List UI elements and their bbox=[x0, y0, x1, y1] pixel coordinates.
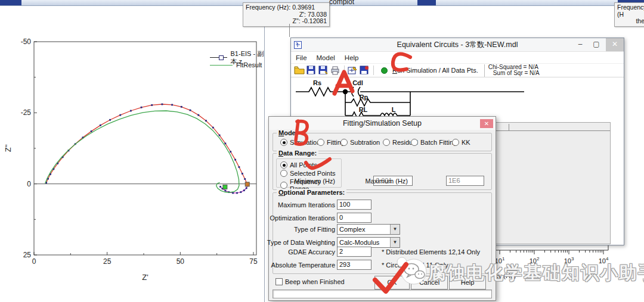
optional-parameters-label: Optional Parameters: bbox=[277, 189, 346, 196]
data-range-group-label: Data Range: bbox=[277, 150, 318, 157]
cancel-button[interactable]: Cancel bbox=[411, 276, 448, 289]
dialog-titlebar[interactable]: Fitting/Simulation Setup ✕ bbox=[269, 117, 496, 130]
dialog-progress-bar bbox=[273, 289, 492, 298]
radio-all-points[interactable]: All Points bbox=[280, 161, 317, 169]
data-range-group: Data Range: All Points Selected Points F… bbox=[273, 153, 492, 190]
svg-text:103: 103 bbox=[564, 256, 574, 264]
dropdown-arrow-icon[interactable]: ▼ bbox=[390, 238, 400, 247]
optimization-iterations-label: Optimization Iterations bbox=[270, 214, 335, 222]
ec-parameter-panel bbox=[493, 122, 611, 244]
open-folder-icon[interactable] bbox=[294, 66, 305, 75]
toolbar-separator bbox=[373, 66, 374, 75]
svg-text:50: 50 bbox=[177, 257, 185, 266]
maximum-iterations-label: Maximum Iterations bbox=[278, 201, 335, 208]
circuit-label-l: L bbox=[392, 106, 396, 113]
radio-selected-points[interactable]: Selected Points bbox=[280, 170, 335, 177]
absolute-temperature-field[interactable]: 293 bbox=[337, 260, 371, 270]
svg-text:102: 102 bbox=[530, 256, 540, 264]
gdae-accuracy-field[interactable]: 2 bbox=[337, 247, 371, 257]
minimum-hz-label: Minimum (Hz) bbox=[295, 178, 335, 185]
radio-subtration[interactable]: Subtration bbox=[340, 139, 380, 146]
ec-maximize-button[interactable]: ▢ bbox=[589, 38, 604, 51]
optional-parameters-group: Optional Parameters: Maximum Iterations … bbox=[273, 192, 492, 274]
dropdown-arrow-icon[interactable]: ▼ bbox=[390, 225, 400, 234]
ec-menu-file[interactable]: File bbox=[296, 54, 307, 61]
save-results-icon[interactable] bbox=[359, 66, 370, 75]
radio-simulation[interactable]: Simulation bbox=[280, 139, 320, 146]
maximum-hz-label: Maximum (Hz) bbox=[366, 178, 408, 185]
ec-menubar: File Model Help bbox=[291, 52, 624, 63]
data-weighting-label: Type of Data Weighting bbox=[267, 239, 335, 246]
svg-text:104: 104 bbox=[599, 256, 609, 264]
svg-text:0: 0 bbox=[32, 257, 36, 266]
save-icon[interactable] bbox=[306, 66, 317, 75]
ec-menu-help[interactable]: Help bbox=[345, 54, 359, 61]
dialog-title: Fitting/Simulation Setup bbox=[269, 119, 496, 127]
svg-text:25: 25 bbox=[103, 257, 112, 266]
save-as-icon[interactable] bbox=[318, 66, 329, 75]
nyquist-chart: 0255075-50-25025Z'Z" bbox=[0, 6, 264, 302]
legend-item-data: B1-EIS - 副本.z bbox=[210, 54, 264, 61]
tooltip-frequency: Frequency (Hz): 0.39691 bbox=[246, 4, 327, 11]
ec-titlebar[interactable]: Equivalent Circuits - 3常数-NEW.mdl – ▢ ✕ bbox=[291, 38, 624, 52]
tooltip-pointer-line bbox=[289, 24, 290, 37]
screenshot-stage: complot Frequency (Hz): 0.39691 Z': 73.0… bbox=[0, 0, 644, 302]
background-window-title: complot bbox=[329, 0, 354, 6]
print-icon[interactable] bbox=[330, 66, 340, 75]
legend-marker-data bbox=[210, 57, 227, 58]
sum-of-sqr-value: Sum of Sqr = N/A bbox=[488, 70, 540, 77]
maximum-hz-field[interactable]: 1E6 bbox=[446, 176, 484, 186]
svg-text:101: 101 bbox=[495, 256, 505, 264]
help-button[interactable]: Help bbox=[449, 276, 486, 289]
legend-item-fit: FitResult bbox=[210, 61, 264, 69]
plot-legend: B1-EIS - 副本.z FitResult bbox=[210, 54, 264, 69]
circuit-label-rl: RL bbox=[359, 106, 368, 113]
ec-close-button[interactable]: ✕ bbox=[606, 38, 624, 51]
svg-text:Z": Z" bbox=[4, 144, 13, 152]
optimization-iterations-field[interactable]: 0 bbox=[337, 213, 371, 223]
circuit-model-note: * Circuit Model 11 Only bbox=[382, 261, 448, 269]
ok-button[interactable]: OK bbox=[374, 276, 410, 289]
type-of-fitting-dropdown[interactable]: Complex▼ bbox=[337, 224, 400, 235]
ec-toolbar: Run Simulation / All Data Pts. Chi-Squar… bbox=[291, 63, 624, 77]
edge-tooltip-line2: the bbox=[617, 18, 644, 25]
panel-header-line bbox=[494, 130, 610, 131]
ec-minimize-button[interactable]: – bbox=[572, 38, 588, 51]
circuit-label-rp: Rp bbox=[360, 94, 369, 101]
circuit-label-cdl: Cdl bbox=[352, 79, 363, 86]
run-simulation-button[interactable]: Run Simulation / All Data Pts. bbox=[392, 67, 478, 74]
svg-text:-50: -50 bbox=[21, 38, 32, 46]
beep-checkbox[interactable] bbox=[275, 278, 283, 285]
fitting-simulation-dialog: Fitting/Simulation Setup ✕ Mode Simulati… bbox=[268, 116, 496, 301]
mode-group-label: Mode bbox=[277, 129, 298, 136]
nyquist-plot-window: 0255075-50-25025Z'Z" B1-EIS - 副本.z FitRe… bbox=[0, 6, 265, 302]
svg-text:-25: -25 bbox=[21, 108, 32, 117]
ec-stats: Chi-Squared = N/A Sum of Sqr = N/A bbox=[484, 64, 540, 77]
run-status-icon bbox=[381, 67, 388, 74]
panel-column-divider bbox=[509, 124, 509, 130]
distributed-elements-note: * Distributed Elements 12,14 Only bbox=[382, 248, 480, 256]
tooltip-zim: Z": -0.12081 bbox=[246, 18, 327, 25]
dialog-close-button[interactable]: ✕ bbox=[480, 119, 493, 128]
cursor-tooltip: Frequency (Hz): 0.39691 Z': 73.038 Z": -… bbox=[243, 2, 330, 27]
svg-text:25: 25 bbox=[23, 251, 32, 259]
absolute-temperature-label: Absolute Temperature bbox=[271, 261, 335, 269]
legend-label-fit: FitResult bbox=[236, 61, 262, 69]
legend-marker-fit bbox=[210, 65, 233, 66]
maximum-iterations-field[interactable]: 100 bbox=[337, 200, 371, 210]
svg-text:0: 0 bbox=[27, 180, 31, 188]
titlebar-fragment-left bbox=[0, 0, 21, 5]
titlebar-fragment-mid bbox=[417, 0, 436, 5]
radio-kk[interactable]: KK bbox=[452, 139, 470, 146]
mode-group: Mode Simulation Fitting Subtration Resid… bbox=[273, 133, 492, 151]
ec-menu-model[interactable]: Model bbox=[317, 54, 335, 61]
edit-circuit-icon[interactable] bbox=[347, 66, 358, 75]
circuit-label-rs: Rs bbox=[313, 79, 321, 86]
toolbar-separator bbox=[344, 66, 345, 75]
svg-text:Z': Z' bbox=[142, 273, 148, 282]
gdae-accuracy-label: GDAE Accuracy bbox=[288, 248, 335, 256]
svg-text:75: 75 bbox=[249, 257, 258, 266]
type-of-fitting-label: Type of Fitting bbox=[294, 226, 335, 233]
beep-label: Beep when Finished bbox=[285, 278, 345, 285]
radio-batch-fitting[interactable]: Batch Fitting bbox=[411, 139, 457, 146]
